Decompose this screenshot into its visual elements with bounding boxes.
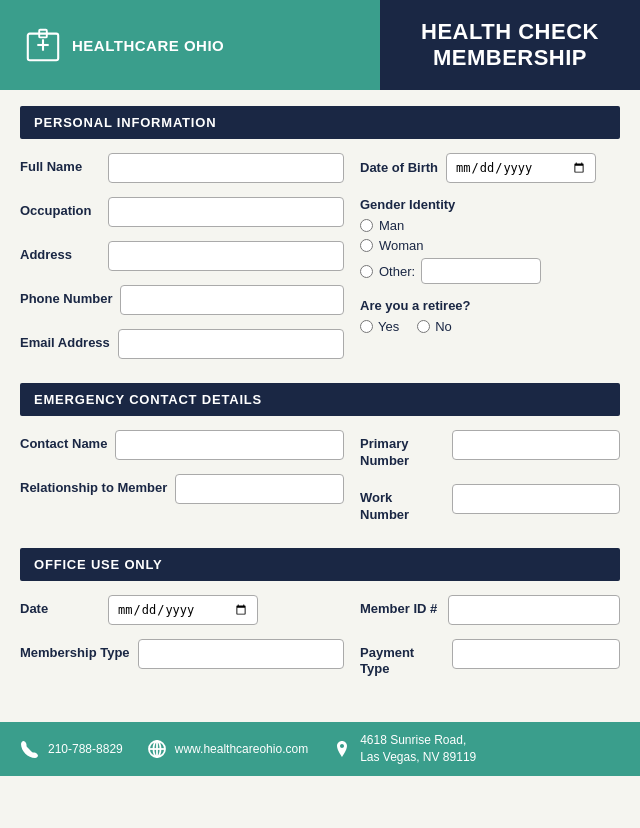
payment-type-input[interactable]	[452, 639, 620, 669]
phone-input[interactable]	[120, 285, 344, 315]
work-number-label: Work Number	[360, 484, 444, 524]
retiree-title: Are you a retiree?	[360, 298, 620, 313]
gender-section: Gender Identity Man Woman Other:	[360, 197, 620, 284]
primary-number-label: Primary Number	[360, 430, 444, 470]
gender-woman-radio[interactable]	[360, 239, 373, 252]
retiree-yes-option: Yes	[360, 319, 399, 334]
location-icon	[332, 739, 352, 759]
occupation-row: Occupation	[20, 197, 344, 227]
primary-number-input[interactable]	[452, 430, 620, 460]
work-number-row: Work Number	[360, 484, 620, 524]
member-id-input[interactable]	[448, 595, 620, 625]
gender-other-input[interactable]	[421, 258, 541, 284]
emergency-section-header: EMERGENCY CONTACT DETAILS	[20, 383, 620, 416]
email-row: Email Address	[20, 329, 344, 359]
brand-name: Healthcare Ohio	[72, 37, 224, 54]
retiree-yes-label: Yes	[378, 319, 399, 334]
office-right-col: Member ID # Payment Type	[360, 595, 620, 693]
retiree-section: Are you a retiree? Yes No	[360, 298, 620, 334]
gender-woman-row: Woman	[360, 238, 620, 253]
full-name-input[interactable]	[108, 153, 344, 183]
occupation-input[interactable]	[108, 197, 344, 227]
gender-man-radio[interactable]	[360, 219, 373, 232]
office-date-input[interactable]	[108, 595, 258, 625]
emergency-right-col: Primary Number Work Number	[360, 430, 620, 538]
contact-name-row: Contact Name	[20, 430, 344, 460]
gender-other-label: Other:	[379, 264, 415, 279]
membership-type-label: Membership Type	[20, 639, 130, 662]
office-form: Date Membership Type Member ID # Payment…	[20, 595, 620, 693]
emergency-left-col: Contact Name Relationship to Member	[20, 430, 360, 538]
footer-phone-number: 210-788-8829	[48, 742, 123, 756]
retiree-yes-radio[interactable]	[360, 320, 373, 333]
email-input[interactable]	[118, 329, 344, 359]
full-name-row: Full Name	[20, 153, 344, 183]
phone-icon	[20, 739, 40, 759]
payment-type-row: Payment Type	[360, 639, 620, 679]
gender-other-radio[interactable]	[360, 265, 373, 278]
address-label: Address	[20, 241, 100, 264]
globe-icon	[147, 739, 167, 759]
personal-left-col: Full Name Occupation Address Phone Numbe…	[20, 153, 360, 373]
page-title: HEALTH CHECK MEMBERSHIP	[421, 19, 599, 72]
personal-right-col: Date of Birth Gender Identity Man Woman	[360, 153, 620, 373]
personal-form: Full Name Occupation Address Phone Numbe…	[20, 153, 620, 373]
member-id-row: Member ID #	[360, 595, 620, 625]
relationship-input[interactable]	[175, 474, 344, 504]
occupation-label: Occupation	[20, 197, 100, 220]
address-row: Address	[20, 241, 344, 271]
dob-label: Date of Birth	[360, 160, 438, 177]
footer: 210-788-8829 www.healthcareohio.com 4618…	[0, 722, 640, 776]
office-date-row: Date	[20, 595, 344, 625]
relationship-row: Relationship to Member	[20, 474, 344, 504]
primary-number-row: Primary Number	[360, 430, 620, 470]
header-right: HEALTH CHECK MEMBERSHIP	[380, 0, 640, 90]
address-input[interactable]	[108, 241, 344, 271]
membership-type-row: Membership Type	[20, 639, 344, 669]
retiree-no-option: No	[417, 319, 452, 334]
header: Healthcare Ohio HEALTH CHECK MEMBERSHIP	[0, 0, 640, 90]
hospital-icon	[24, 26, 62, 64]
contact-name-input[interactable]	[115, 430, 344, 460]
gender-man-row: Man	[360, 218, 620, 233]
personal-section-header: PERSONAL INFORMATION	[20, 106, 620, 139]
phone-row: Phone Number	[20, 285, 344, 315]
emergency-form: Contact Name Relationship to Member Prim…	[20, 430, 620, 538]
footer-phone: 210-788-8829	[20, 739, 123, 759]
phone-label: Phone Number	[20, 285, 112, 308]
dob-input[interactable]	[446, 153, 596, 183]
retiree-options: Yes No	[360, 319, 620, 334]
retiree-no-radio[interactable]	[417, 320, 430, 333]
office-date-label: Date	[20, 595, 100, 618]
personal-section: PERSONAL INFORMATION Full Name Occupatio…	[20, 106, 620, 373]
dob-row: Date of Birth	[360, 153, 620, 183]
gender-man-label: Man	[379, 218, 404, 233]
main-content: PERSONAL INFORMATION Full Name Occupatio…	[0, 90, 640, 714]
relationship-label: Relationship to Member	[20, 474, 167, 497]
membership-type-input[interactable]	[138, 639, 344, 669]
email-label: Email Address	[20, 329, 110, 352]
work-number-input[interactable]	[452, 484, 620, 514]
member-id-label: Member ID #	[360, 595, 440, 618]
gender-title: Gender Identity	[360, 197, 620, 212]
gender-woman-label: Woman	[379, 238, 424, 253]
office-section-header: OFFICE USE ONLY	[20, 548, 620, 581]
footer-website-url: www.healthcareohio.com	[175, 742, 308, 756]
office-section: OFFICE USE ONLY Date Membership Type Mem…	[20, 548, 620, 693]
office-left-col: Date Membership Type	[20, 595, 360, 693]
footer-address-text: 4618 Sunrise Road, Las Vegas, NV 89119	[360, 732, 476, 766]
emergency-section: EMERGENCY CONTACT DETAILS Contact Name R…	[20, 383, 620, 538]
full-name-label: Full Name	[20, 153, 100, 176]
footer-website: www.healthcareohio.com	[147, 739, 308, 759]
footer-address: 4618 Sunrise Road, Las Vegas, NV 89119	[332, 732, 476, 766]
payment-type-label: Payment Type	[360, 639, 444, 679]
gender-other-row: Other:	[360, 258, 620, 284]
header-left: Healthcare Ohio	[0, 0, 380, 90]
contact-name-label: Contact Name	[20, 430, 107, 453]
retiree-no-label: No	[435, 319, 452, 334]
